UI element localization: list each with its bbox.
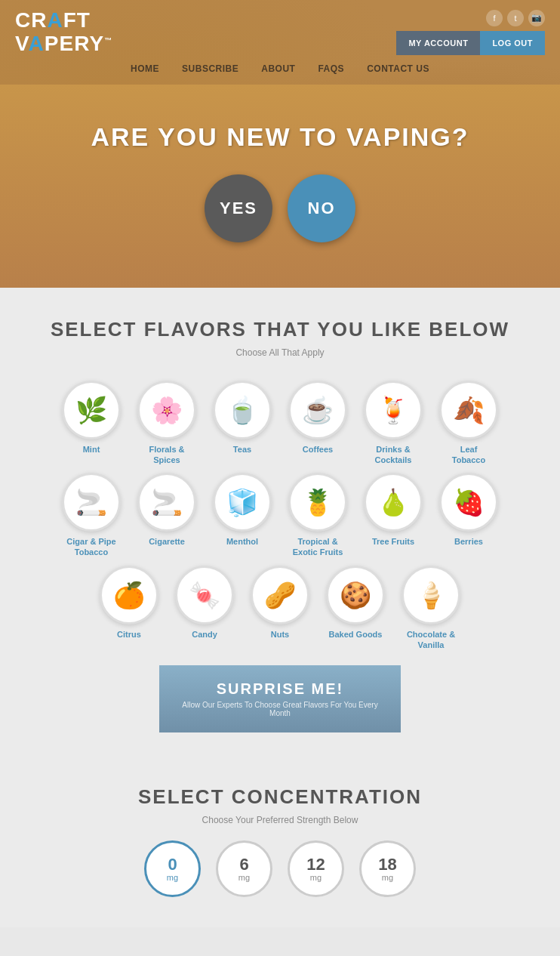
flavor-label-citrus: Citrus xyxy=(117,629,141,640)
flavor-emoji-citrus: 🍊 xyxy=(113,580,145,610)
flavor-label-tropical: Tropical &Exotic Fruits xyxy=(293,536,343,558)
flavor-emoji-cigarette: 🚬 xyxy=(151,487,183,517)
flavor-label-candy: Candy xyxy=(192,629,217,640)
conc-unit-6: mg xyxy=(238,873,250,882)
flavor-item-menthol[interactable]: 🧊Menthol xyxy=(208,473,276,558)
flavor-label-baked-goods: Baked Goods xyxy=(329,629,383,640)
flavor-item-mint[interactable]: 🌿Mint xyxy=(57,381,125,466)
flavor-emoji-baked-goods: 🍪 xyxy=(340,580,371,610)
flavor-circle-cigar-pipe: 🚬 xyxy=(62,473,121,532)
flavor-emoji-coffees: ☕ xyxy=(302,395,334,425)
flavor-circle-chocolate: 🍦 xyxy=(402,566,460,624)
flavor-grid: 🌿Mint🌸Florals &Spices🍵Teas☕Coffees🍹Drink… xyxy=(54,381,506,651)
flavor-emoji-tropical: 🍍 xyxy=(302,487,334,517)
flavor-circle-tree-fruits: 🍐 xyxy=(364,473,423,532)
nav-about[interactable]: ABOUT xyxy=(261,63,295,74)
flavor-item-tree-fruits[interactable]: 🍐Tree Fruits xyxy=(359,473,427,558)
no-button[interactable]: NO xyxy=(288,174,355,242)
surprise-title: SURPRISE ME! xyxy=(174,680,386,698)
conc-value-6: 6 xyxy=(239,856,248,873)
flavor-label-leaf-tobacco: LeafTobacco xyxy=(452,444,485,466)
flavor-emoji-nuts: 🥜 xyxy=(264,580,296,610)
flavor-label-florals: Florals &Spices xyxy=(149,444,184,466)
nav-contact[interactable]: CONTACT US xyxy=(367,63,429,74)
concentration-subtitle: Choose Your Preferred Strength Below xyxy=(15,815,545,825)
flavor-circle-leaf-tobacco: 🍂 xyxy=(439,381,498,439)
logo-text: CRAFT VAPERY™ xyxy=(15,9,112,56)
navigation: HOME SUBSCRIBE ABOUT FAQS CONTACT US xyxy=(0,56,560,85)
flavor-item-berries[interactable]: 🍓Berries xyxy=(435,473,503,558)
flavor-label-cigarette: Cigarette xyxy=(149,536,185,547)
flavor-emoji-cigar-pipe: 🚬 xyxy=(75,487,107,517)
conc-value-12: 12 xyxy=(306,856,325,873)
account-buttons: MY ACCOUNT LOG OUT xyxy=(396,31,545,55)
flavor-circle-tropical: 🍍 xyxy=(288,473,347,532)
flavor-circle-baked-goods: 🍪 xyxy=(326,566,385,624)
flavors-section: SELECT FLAVORS THAT YOU LIKE BELOW Choos… xyxy=(0,288,560,763)
my-account-button[interactable]: MY ACCOUNT xyxy=(396,31,480,55)
flavor-emoji-menthol: 🧊 xyxy=(226,487,258,517)
flavor-emoji-candy: 🍬 xyxy=(189,580,220,610)
hero-section: ARE YOU NEW TO VAPING? YES NO xyxy=(0,85,560,288)
flavor-item-candy[interactable]: 🍬Candy xyxy=(171,566,238,651)
nav-subscribe[interactable]: SUBSCRIBE xyxy=(182,63,238,74)
flavor-item-tropical[interactable]: 🍍Tropical &Exotic Fruits xyxy=(284,473,352,558)
flavor-circle-florals: 🌸 xyxy=(137,381,196,439)
flavor-item-teas[interactable]: 🍵Teas xyxy=(208,381,276,466)
flavors-title: SELECT FLAVORS THAT YOU LIKE BELOW xyxy=(15,318,545,341)
flavor-circle-drinks: 🍹 xyxy=(364,381,423,439)
flavor-emoji-tree-fruits: 🍐 xyxy=(377,487,409,517)
flavor-label-berries: Berries xyxy=(454,536,483,547)
flavor-label-teas: Teas xyxy=(233,444,251,455)
flavor-item-drinks[interactable]: 🍹Drinks &Cocktails xyxy=(359,381,427,466)
flavor-circle-citrus: 🍊 xyxy=(100,566,158,624)
concentration-title: SELECT CONCENTRATION xyxy=(15,785,545,809)
flavor-circle-berries: 🍓 xyxy=(439,473,498,532)
nav-home[interactable]: HOME xyxy=(131,63,159,74)
concentration-section: SELECT CONCENTRATION Choose Your Preferr… xyxy=(0,763,560,927)
logout-button[interactable]: LOG OUT xyxy=(480,31,545,55)
hero-question: ARE YOU NEW TO VAPING? xyxy=(15,122,545,152)
flavor-label-nuts: Nuts xyxy=(271,629,289,640)
logo: CRAFT VAPERY™ xyxy=(15,9,112,56)
concentration-option-0mg[interactable]: 0mg xyxy=(144,840,201,897)
flavor-circle-mint: 🌿 xyxy=(62,381,121,439)
conc-unit-18: mg xyxy=(382,873,393,882)
flavor-label-mint: Mint xyxy=(83,444,100,455)
nav-faqs[interactable]: FAQS xyxy=(318,63,344,74)
surprise-me-button[interactable]: SURPRISE ME! Allow Our Experts To Choose… xyxy=(159,665,401,732)
flavor-item-citrus[interactable]: 🍊Citrus xyxy=(95,566,163,651)
flavor-emoji-florals: 🌸 xyxy=(151,395,183,425)
facebook-icon[interactable]: f xyxy=(486,10,503,26)
flavor-emoji-mint: 🌿 xyxy=(75,395,107,425)
flavor-item-cigar-pipe[interactable]: 🚬Cigar & PipeTobacco xyxy=(57,473,125,558)
social-icons: f t 📷 xyxy=(486,10,545,26)
flavor-item-nuts[interactable]: 🥜Nuts xyxy=(246,566,314,651)
concentration-option-12mg[interactable]: 12mg xyxy=(288,840,344,897)
flavor-circle-cigarette: 🚬 xyxy=(137,473,196,532)
concentration-option-6mg[interactable]: 6mg xyxy=(216,840,272,897)
instagram-icon[interactable]: 📷 xyxy=(528,10,545,26)
twitter-icon[interactable]: t xyxy=(507,10,524,26)
conc-unit-12: mg xyxy=(310,873,322,882)
surprise-subtitle: Allow Our Experts To Choose Great Flavor… xyxy=(174,701,386,717)
flavor-label-drinks: Drinks &Cocktails xyxy=(375,444,412,466)
flavor-item-chocolate[interactable]: 🍦Chocolate &Vanilla xyxy=(397,566,465,651)
flavor-emoji-berries: 🍓 xyxy=(453,487,485,517)
flavor-item-cigarette[interactable]: 🚬Cigarette xyxy=(133,473,201,558)
flavor-circle-candy: 🍬 xyxy=(175,566,234,624)
concentration-options: 0mg6mg12mg18mg xyxy=(15,840,545,897)
concentration-option-18mg[interactable]: 18mg xyxy=(359,840,416,897)
yes-button[interactable]: YES xyxy=(205,174,272,242)
flavor-emoji-leaf-tobacco: 🍂 xyxy=(453,395,485,425)
flavors-subtitle: Choose All That Apply xyxy=(15,347,545,358)
flavor-circle-nuts: 🥜 xyxy=(251,566,309,624)
flavor-label-cigar-pipe: Cigar & PipeTobacco xyxy=(66,536,115,558)
flavor-item-coffees[interactable]: ☕Coffees xyxy=(284,381,352,466)
header-right: f t 📷 MY ACCOUNT LOG OUT xyxy=(389,10,545,55)
flavor-item-leaf-tobacco[interactable]: 🍂LeafTobacco xyxy=(435,381,503,466)
flavor-item-florals[interactable]: 🌸Florals &Spices xyxy=(133,381,201,466)
flavor-label-menthol: Menthol xyxy=(226,536,258,547)
conc-unit-0: mg xyxy=(167,873,178,882)
flavor-item-baked-goods[interactable]: 🍪Baked Goods xyxy=(322,566,389,651)
